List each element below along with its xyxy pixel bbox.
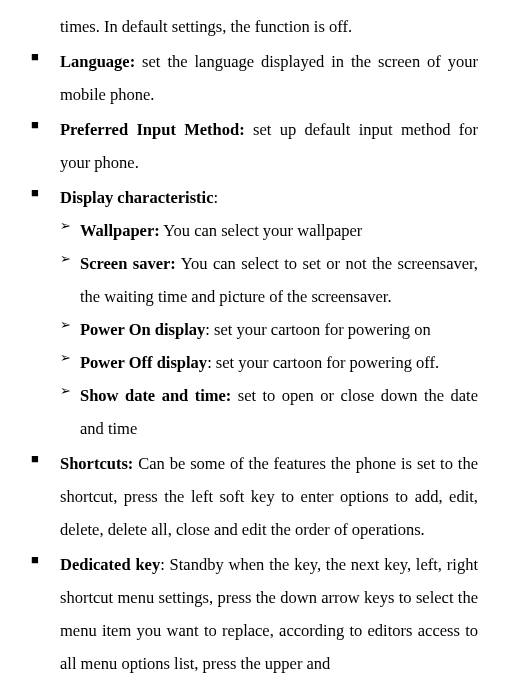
item-label: Preferred Input Method: xyxy=(60,120,245,139)
list-item: Display characteristic: Wallpaper: You c… xyxy=(28,181,478,445)
sub-text: You can select your wallpaper xyxy=(160,221,363,240)
list-item: Shortcuts: Can be some of the features t… xyxy=(28,447,478,546)
sub-list-item: Power On display: set your cartoon for p… xyxy=(60,313,478,346)
sub-label: Power Off display xyxy=(80,353,207,372)
sub-label: Wallpaper: xyxy=(80,221,160,240)
item-label: Dedicated key xyxy=(60,555,160,574)
item-label: Display characteristic xyxy=(60,188,214,207)
item-text: : xyxy=(214,188,219,207)
sub-label: Power On display xyxy=(80,320,205,339)
list-item: Preferred Input Method: set up default i… xyxy=(28,113,478,179)
sub-label: Screen saver: xyxy=(80,254,176,273)
sub-text: : set your cartoon for powering on xyxy=(205,320,430,339)
list-item: Dedicated key: Standby when the key, the… xyxy=(28,548,478,678)
main-list: Language: set the language displayed in … xyxy=(28,45,478,678)
sub-list-item: Show date and time: set to open or close… xyxy=(60,379,478,445)
item-label: Language: xyxy=(60,52,135,71)
sub-list-item: Screen saver: You can select to set or n… xyxy=(60,247,478,313)
list-item: Language: set the language displayed in … xyxy=(28,45,478,111)
sub-text: : set your cartoon for powering off. xyxy=(207,353,439,372)
sub-label: Show date and time: xyxy=(80,386,231,405)
item-label: Shortcuts: xyxy=(60,454,133,473)
sub-list-item: Wallpaper: You can select your wallpaper xyxy=(60,214,478,247)
sub-list: Wallpaper: You can select your wallpaper… xyxy=(60,214,478,445)
fragment-text: times. In default settings, the function… xyxy=(60,10,478,43)
sub-list-item: Power Off display: set your cartoon for … xyxy=(60,346,478,379)
